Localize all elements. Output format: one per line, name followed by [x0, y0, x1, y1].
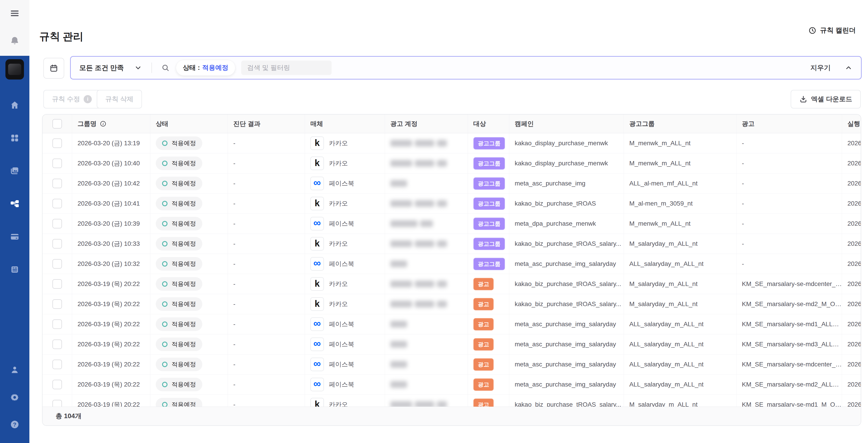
chevron-up-icon[interactable]	[845, 64, 852, 72]
sidebar-item-billing[interactable]	[8, 230, 21, 243]
row-checkbox[interactable]	[53, 159, 62, 168]
column-header[interactable]: 광고	[737, 114, 842, 133]
brand-logo[interactable]	[5, 59, 24, 79]
column-header-label: 대상	[473, 120, 486, 128]
table-row[interactable]: 2026-03-20 (금) 10:33적용예정-k카카오광고그룹kakao_b…	[42, 234, 861, 254]
column-header[interactable]: 광고 계정	[385, 114, 468, 133]
sidebar-item-notifications[interactable]	[8, 34, 21, 47]
table-row[interactable]: 2026-03-19 (목) 20:22적용예정-k카카오광고kakao_biz…	[42, 294, 861, 314]
run-time-cell: 2026	[847, 401, 861, 407]
ad-cell: KM_SE_marsalary-se-mdcenter_A...	[742, 361, 842, 368]
media-label: 페이스북	[329, 340, 354, 348]
ad-account-blurred	[391, 261, 407, 267]
media-label: 페이스북	[329, 380, 354, 389]
sidebar-item-report[interactable]	[8, 263, 21, 276]
sidebar-item-automation[interactable]	[8, 197, 21, 210]
row-checkbox[interactable]	[53, 299, 62, 309]
table-row[interactable]: 2026-03-20 (금) 10:41적용예정-k카카오광고그룹kakao_b…	[42, 194, 861, 214]
row-checkbox[interactable]	[53, 380, 62, 389]
status-badge: 적용예정	[156, 277, 202, 291]
run-time-cell: 2026	[847, 140, 861, 147]
calendar-icon	[49, 64, 58, 73]
row-checkbox[interactable]	[53, 279, 62, 289]
run-time-cell: 2026	[847, 180, 861, 187]
media-label: 카카오	[329, 300, 348, 308]
group-name-cell: 2026-03-19 (목) 20:22	[78, 320, 140, 329]
row-checkbox[interactable]	[53, 239, 62, 248]
status-badge: 적용예정	[156, 357, 202, 371]
sidebar-item-apps[interactable]	[8, 132, 21, 144]
column-header[interactable]: 매체	[305, 114, 385, 133]
delete-rule-button[interactable]: 규칙 삭제	[97, 90, 142, 108]
row-checkbox[interactable]	[53, 199, 62, 208]
row-checkbox[interactable]	[53, 259, 62, 269]
group-name-cell: 2026-03-19 (목) 20:22	[78, 360, 140, 369]
diagnosis-cell: -	[233, 240, 235, 247]
kakao-icon: k	[310, 398, 324, 407]
media-label: 카카오	[329, 400, 348, 407]
ad-account-blurred	[391, 381, 407, 388]
row-checkbox[interactable]	[53, 219, 62, 228]
excel-download-label: 엑셀 다운로드	[811, 95, 852, 104]
ad-account-blurred	[391, 180, 407, 187]
status-filter-chip[interactable]: 상태 : 적용예정	[176, 60, 236, 76]
column-header[interactable]: 그룹명i	[72, 114, 150, 133]
column-header[interactable]: 진단 결과	[228, 114, 305, 133]
search-input[interactable]: 검색 및 필터링	[241, 61, 332, 75]
sidebar-item-help[interactable]: ?	[8, 418, 21, 431]
target-badge: 광고그룹	[473, 258, 505, 270]
sidebar-item-settings[interactable]	[8, 391, 21, 404]
campaign-cell: kakao_biz_purchase_tROAS_salary...	[515, 240, 621, 247]
table-row[interactable]: 2026-03-20 (금) 13:19적용예정-k카카오광고그룹kakao_d…	[42, 133, 861, 154]
edit-rule-button[interactable]: 규칙 수정 i	[43, 90, 100, 108]
meta-icon: ∞	[310, 217, 324, 231]
table-row[interactable]: 2026-03-19 (목) 20:22적용예정-k카카오광고kakao_biz…	[42, 274, 861, 294]
table-row[interactable]: 2026-03-19 (목) 20:22적용예정-∞페이스북광고meta_asc…	[42, 375, 861, 395]
table-row[interactable]: 2026-03-19 (목) 20:22적용예정-k카카오광고kakao_biz…	[42, 395, 861, 407]
adgroup-cell: M_salaryday_m_ALL_nt	[629, 240, 698, 247]
table-row[interactable]: 2026-03-19 (목) 20:22적용예정-∞페이스북광고meta_asc…	[42, 314, 861, 334]
table-row[interactable]: 2026-03-19 (목) 20:22적용예정-∞페이스북광고meta_asc…	[42, 334, 861, 354]
row-checkbox[interactable]	[53, 179, 62, 188]
run-time-cell: 2026	[847, 200, 861, 207]
row-checkbox[interactable]	[53, 138, 62, 148]
table-row[interactable]: 2026-03-20 (금) 10:42적용예정-∞페이스북광고그룹meta_a…	[42, 173, 861, 194]
status-ring-icon	[162, 362, 167, 367]
sidebar-item-profile[interactable]	[8, 363, 21, 376]
row-checkbox[interactable]	[53, 360, 62, 369]
table-row[interactable]: 2026-03-20 (금) 10:40적용예정-k카카오광고그룹kakao_d…	[42, 154, 861, 173]
status-ring-icon	[162, 201, 167, 206]
status-badge: 적용예정	[156, 398, 202, 407]
adgroup-cell: ALL_salaryday_m_ALL_nt	[629, 341, 704, 348]
column-header[interactable]: 광고그룹	[624, 114, 737, 133]
excel-download-button[interactable]: 엑셀 다운로드	[791, 90, 861, 108]
calendar-button[interactable]	[43, 58, 64, 79]
table-row[interactable]: 2026-03-20 (금) 10:32적용예정-∞페이스북광고그룹meta_a…	[42, 254, 861, 274]
row-checkbox[interactable]	[53, 340, 62, 349]
status-ring-icon	[162, 281, 167, 287]
select-all-checkbox[interactable]	[53, 119, 62, 129]
group-name-cell: 2026-03-20 (금) 10:33	[78, 239, 140, 248]
kakao-icon: k	[310, 157, 324, 170]
diagnosis-cell: -	[233, 160, 235, 167]
clear-filters-button[interactable]: 지우기	[810, 63, 831, 72]
rule-calendar-label: 규칙 캘린더	[820, 26, 856, 35]
column-header[interactable]: 상태	[150, 114, 228, 133]
chevron-down-icon[interactable]	[134, 64, 142, 72]
sidebar-item-menu[interactable]	[8, 7, 21, 20]
run-time-cell: 2026	[847, 341, 861, 348]
meta-icon: ∞	[310, 177, 324, 190]
table-row[interactable]: 2026-03-19 (목) 20:22적용예정-∞페이스북광고meta_asc…	[42, 354, 861, 375]
table-row[interactable]: 2026-03-20 (금) 10:39적용예정-∞페이스북광고그룹meta_d…	[42, 214, 861, 234]
adgroup-cell: M_al-men_m_3059_nt	[629, 200, 692, 207]
row-checkbox[interactable]	[53, 400, 62, 407]
sidebar-item-media-library[interactable]	[8, 164, 21, 177]
column-header[interactable]: 실행 일시	[842, 114, 861, 133]
sidebar-item-home[interactable]	[8, 99, 21, 112]
condition-match-dropdown[interactable]: 모든 조건 만족	[79, 63, 124, 72]
row-checkbox[interactable]	[53, 319, 62, 329]
column-header[interactable]: 대상	[468, 114, 509, 133]
media-label: 페이스북	[329, 179, 354, 188]
rule-calendar-link[interactable]: 규칙 캘린더	[808, 26, 856, 35]
column-header[interactable]: 캠페인	[509, 114, 624, 133]
